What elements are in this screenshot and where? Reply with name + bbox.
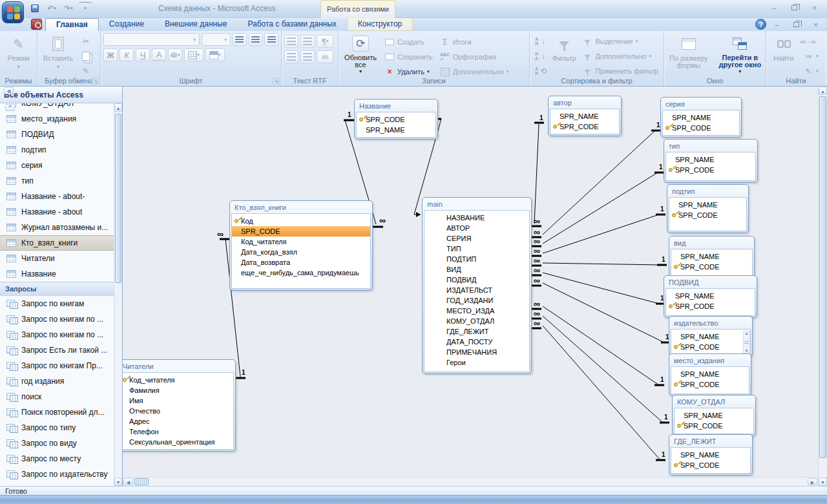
relationship-line[interactable] bbox=[543, 131, 655, 235]
selection-filter-button[interactable]: Выделение▾ bbox=[580, 34, 661, 48]
table-field[interactable]: Герои bbox=[424, 357, 529, 368]
undo-icon[interactable]: ↶▾ bbox=[45, 2, 58, 14]
underline-button[interactable]: Ч bbox=[136, 48, 150, 61]
nav-item-table[interactable]: Кто_взял_книги bbox=[0, 235, 114, 251]
find-button[interactable]: Найти bbox=[769, 33, 799, 76]
diagram-table-tip[interactable]: типSPR_NAMESPR_CODE bbox=[664, 139, 758, 183]
bold-button[interactable]: Ж bbox=[103, 48, 118, 61]
diagram-table-title[interactable]: серия bbox=[662, 99, 740, 110]
table-field[interactable]: SPR_NAME bbox=[671, 450, 750, 460]
table-field[interactable]: SPR_CODE bbox=[669, 210, 746, 220]
diagram-table-izdat[interactable]: издательствоSPR_NAMESPR_CODE▲▼ bbox=[669, 316, 753, 357]
nav-section-queries[interactable]: Запросы⌃ bbox=[0, 282, 114, 296]
tab-rabota-s-bazami[interactable]: Работа с базами данных bbox=[237, 18, 346, 31]
table-field[interactable]: Код_читателя bbox=[232, 236, 370, 247]
new-record-button[interactable]: Создать bbox=[382, 35, 435, 49]
view-mode-button[interactable]: ✎ Режим▾ bbox=[3, 33, 34, 76]
doc-minimize-button[interactable]: – bbox=[768, 19, 786, 30]
table-field[interactable]: SPR_CODE bbox=[666, 165, 755, 175]
tab-vneshnie-dannye[interactable]: Внешние данные bbox=[154, 18, 238, 31]
nav-scroll-up-icon[interactable]: ▲ bbox=[114, 103, 122, 112]
diagram-table-kto[interactable]: Кто_взял_книгиКодSPR_CODEКод_читателяДат… bbox=[229, 200, 373, 291]
size-to-fit-form-button[interactable]: По размеруформы bbox=[667, 33, 711, 76]
diagram-table-mesto[interactable]: место_изданияSPR_NAMESPR_CODE bbox=[669, 353, 751, 396]
format-painter-button[interactable]: ✎ bbox=[78, 64, 94, 78]
table-field[interactable]: SPR_CODE bbox=[671, 262, 752, 272]
table-field[interactable]: SPR_NAME bbox=[671, 331, 750, 342]
diagram-table-main[interactable]: mainНАЗВАНИЕАВТОРСЕРИЯТИППОДТИПВИДПОДВИД… bbox=[422, 197, 532, 374]
vscroll-thumb[interactable] bbox=[819, 96, 826, 458]
qat-customize-icon[interactable]: ▾ bbox=[79, 2, 92, 14]
table-field[interactable]: SPR_CODE bbox=[550, 121, 619, 132]
redo-icon[interactable]: ↷▾ bbox=[62, 2, 75, 14]
diagram-table-title[interactable]: подтип bbox=[669, 186, 747, 197]
diagram-table-title[interactable]: издательство bbox=[671, 318, 751, 329]
diagram-table-gde[interactable]: ГДЕ_ЛЕЖИТSPR_NAMESPR_CODE bbox=[669, 434, 753, 476]
font-dialog-launcher[interactable]: ↘ bbox=[273, 78, 280, 85]
diagram-table-title[interactable]: место_издания bbox=[671, 355, 749, 366]
italic-button[interactable]: К bbox=[120, 48, 134, 61]
nav-item-table[interactable]: Журнал автозамены и... bbox=[0, 220, 114, 235]
table-field[interactable]: МЕСТО_ИЗДА bbox=[424, 306, 529, 316]
gridlines-button[interactable]: ▾ bbox=[184, 48, 204, 61]
select-button[interactable]: ↖▾ bbox=[801, 64, 821, 78]
nav-scroll-down-icon[interactable]: ▼ bbox=[114, 478, 122, 486]
table-field[interactable]: SPR_NAME bbox=[671, 251, 752, 262]
table-field[interactable]: SPR_NAME bbox=[675, 410, 753, 421]
relationship-line[interactable] bbox=[534, 124, 539, 224]
table-field[interactable]: АВТОР bbox=[424, 223, 529, 233]
nav-item-table[interactable]: подтип bbox=[0, 142, 114, 158]
highlight-button[interactable]: ab bbox=[317, 50, 333, 63]
diagram-table-title[interactable]: вид bbox=[671, 238, 753, 249]
decrease-indent-button[interactable] bbox=[284, 35, 298, 48]
table-field[interactable]: Дата_возврата bbox=[232, 257, 370, 268]
nav-collapse-icon[interactable]: « bbox=[4, 87, 14, 94]
copy-button[interactable] bbox=[78, 49, 94, 63]
diagram-canvas[interactable]: 1∞∞11∞1∞1∞1∞1∞1∞1∞1∞1∞1∞НазваниеSPR_CODE… bbox=[123, 87, 818, 477]
diagram-table-chit[interactable]: ЧитателиКод_читателяФамилияИмяОтчествоАд… bbox=[123, 359, 236, 452]
font-name-combo[interactable]: ▾ bbox=[103, 33, 200, 46]
nav-scroll-thumb[interactable] bbox=[115, 114, 121, 283]
spelling-button[interactable]: ABC✓Орфография bbox=[437, 50, 512, 64]
alt-row-color-button[interactable]: ▾ bbox=[205, 48, 225, 61]
align-left-button[interactable] bbox=[233, 33, 247, 46]
diagram-table-title[interactable]: тип bbox=[665, 141, 756, 152]
nav-item-query[interactable]: Поиск повторений дл... bbox=[0, 404, 114, 420]
switch-windows-button[interactable]: Перейти в другое окно▾ bbox=[717, 33, 763, 76]
close-button[interactable]: × bbox=[806, 3, 823, 13]
table-field[interactable]: КОМУ_ОТДАЛ bbox=[424, 316, 529, 326]
nav-item-query[interactable]: год издания bbox=[0, 373, 114, 389]
table-scroll-up-icon[interactable]: ▲ bbox=[745, 331, 749, 335]
clear-sort-button[interactable]: АЯ⟲ bbox=[532, 64, 549, 78]
nav-item-table[interactable]: Название - about- bbox=[0, 189, 114, 204]
table-field[interactable]: SPR_CODE bbox=[663, 123, 739, 133]
table-field[interactable]: Имя bbox=[123, 395, 233, 406]
nav-item-table[interactable]: КОМУ_ОТДАЛ bbox=[0, 103, 114, 111]
table-field[interactable]: Адрес bbox=[123, 416, 233, 426]
diagram-table-podtip[interactable]: подтипSPR_NAMESPR_CODE bbox=[667, 184, 749, 233]
table-field[interactable]: SPR_NAME bbox=[357, 125, 435, 135]
table-field[interactable]: SPR_CODE bbox=[675, 421, 753, 431]
tab-konstruktor[interactable]: Конструктор bbox=[347, 18, 413, 31]
doc-restore-button[interactable] bbox=[788, 19, 805, 30]
table-field[interactable]: SPR_CODE bbox=[671, 460, 750, 470]
diagram-table-title[interactable]: main bbox=[424, 199, 530, 210]
hscroll-thumb[interactable] bbox=[134, 478, 149, 485]
table-field[interactable]: Фамилия bbox=[123, 385, 233, 395]
table-field[interactable]: ГОД_ИЗДАНИ bbox=[424, 295, 529, 306]
align-center-button[interactable] bbox=[249, 33, 263, 46]
table-field[interactable]: ПРИМЕЧАНИЯ bbox=[424, 347, 529, 357]
navigation-pane-header[interactable]: Все объекты Access ▾ « bbox=[0, 87, 122, 103]
goto-button[interactable]: ⇒▾ bbox=[801, 49, 821, 63]
table-field[interactable]: Дата_когда_взял bbox=[232, 247, 370, 257]
clipboard-dialog-launcher[interactable]: ↘ bbox=[92, 78, 99, 85]
hscroll-left-icon[interactable]: ◀ bbox=[123, 478, 133, 485]
table-scrollbar[interactable]: ▲▼ bbox=[743, 331, 750, 353]
font-size-combo[interactable]: ▾ bbox=[202, 33, 231, 46]
diagram-table-komu[interactable]: КОМУ_ОТДАЛSPR_NAMESPR_CODE bbox=[672, 395, 756, 436]
toggle-filter-button[interactable]: Применить фильтр bbox=[580, 64, 661, 78]
nav-item-query[interactable]: Запрос по типу bbox=[0, 420, 114, 436]
table-field[interactable]: SPR_NAME bbox=[669, 200, 746, 210]
restore-button[interactable] bbox=[786, 3, 803, 13]
totals-button[interactable]: ΣИтоги bbox=[437, 35, 512, 49]
